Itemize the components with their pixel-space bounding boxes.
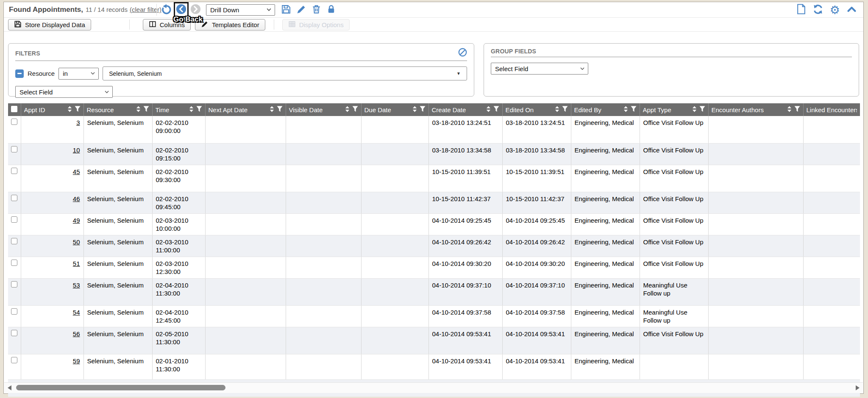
appt-id-link[interactable]: 50 [73,238,80,246]
horizontal-scrollbar[interactable] [4,382,863,393]
go-back-button[interactable] [176,4,186,16]
cell-next_apt_date [205,143,286,165]
sort-icon[interactable] [412,106,417,113]
col-header-resource[interactable]: Resource [83,103,152,116]
cell-visible_date [286,165,361,192]
sort-icon[interactable] [692,106,697,113]
cell-resource: Selenium, Selenium [83,354,152,379]
row-checkbox[interactable] [11,195,17,201]
sort-icon[interactable] [189,106,194,113]
row-checkbox[interactable] [11,168,17,174]
row-checkbox[interactable] [11,260,17,266]
refresh-button[interactable] [812,4,823,16]
filter-icon[interactable] [493,106,499,113]
group-fields-heading: GROUP FIELDS [491,48,536,55]
templates-editor-label: Templates Editor [212,21,259,28]
sort-icon[interactable] [67,106,72,113]
filter-icon[interactable] [196,106,202,113]
templates-editor-button[interactable]: Templates Editor [195,19,265,30]
filter-icon[interactable] [352,106,358,113]
add-filter-field-select[interactable]: Select Field [15,86,113,98]
undo-button[interactable] [161,4,172,16]
filter-icon[interactable] [562,106,568,113]
row-checkbox[interactable] [11,238,17,244]
filter-operator-select[interactable]: in [58,68,99,80]
cell-select [8,305,21,327]
filter-icon[interactable] [143,106,149,113]
filter-icon[interactable] [631,106,637,113]
select-all-checkbox[interactable] [11,106,17,112]
scrollbar-thumb[interactable] [16,385,225,390]
col-header-appt_id[interactable]: Appt ID [21,103,83,116]
row-checkbox[interactable] [11,119,17,125]
table-row: 50Selenium, Selenium02-03-2010 11:00:000… [8,235,860,257]
sort-icon[interactable] [555,106,559,113]
cell-edited_by: Engineering, Medical [571,213,640,235]
filter-icon[interactable] [699,106,705,113]
sort-icon[interactable] [136,106,141,113]
col-header-appt_type[interactable]: Appt Type [640,103,708,116]
cell-edited_by: Engineering, Medical [571,257,640,278]
edit-button[interactable] [296,4,306,16]
appt-id-link[interactable]: 10 [73,146,80,154]
lock-button[interactable] [326,4,336,15]
disable-filters-button[interactable] [458,48,467,58]
row-checkbox[interactable] [11,146,17,152]
cell-encounter_authors [708,143,803,165]
collapse-button[interactable] [846,5,857,15]
go-forward-button[interactable] [190,4,201,16]
sort-icon[interactable] [623,106,628,113]
col-header-due_date[interactable]: Due Date [361,103,428,116]
filter-icon[interactable] [277,106,283,113]
filter-icon[interactable] [420,106,426,113]
sort-icon[interactable] [787,106,792,113]
appt-id-link[interactable]: 56 [73,330,80,337]
col-header-linked_encounters[interactable]: Linked Encounters [803,103,860,116]
new-document-button[interactable] [796,4,806,16]
sort-icon[interactable] [486,106,491,113]
appt-id-link[interactable]: 53 [73,282,80,289]
appt-id-link[interactable]: 51 [73,260,80,267]
appt-id-link[interactable]: 59 [73,357,80,365]
filter-value-combo[interactable]: Selenium, Selenium ▼ [103,66,467,80]
filter-icon[interactable] [75,106,81,113]
col-header-label: Create Date [432,106,466,113]
scroll-left-arrow[interactable] [8,385,11,390]
appt-id-link[interactable]: 54 [73,309,80,316]
row-checkbox[interactable] [11,216,17,223]
row-checkbox[interactable] [11,330,17,336]
remove-filter-button[interactable] [15,69,24,78]
row-checkbox[interactable] [11,281,17,287]
cell-linked_encounters [803,116,860,143]
cell-time: 02-03-2010 11:00:00 [152,235,205,257]
filter-icon[interactable] [794,106,800,113]
delete-button[interactable] [312,4,321,15]
settings-button[interactable]: ⚙ [830,4,840,16]
col-header-label: Appt Type [643,106,671,113]
filters-panel: FILTERS Resource in Selenium, Selenium ▼ [8,43,474,97]
appt-id-link[interactable]: 46 [73,195,80,202]
columns-icon [149,20,156,29]
appt-id-link[interactable]: 3 [76,119,80,126]
group-field-select[interactable]: Select Field [491,63,588,75]
row-checkbox[interactable] [11,308,17,315]
col-header-next_apt_date[interactable]: Next Apt Date [205,103,286,116]
drilldown-select[interactable]: Drill Down [206,4,275,16]
col-header-edited_on[interactable]: Edited On [502,103,571,116]
store-displayed-data-button[interactable]: Store Displayed Data [8,19,91,30]
save-button[interactable] [281,4,291,16]
cell-appt_type: Office Visit Follow Up [640,327,708,354]
col-header-create_date[interactable]: Create Date [428,103,502,116]
sort-icon[interactable] [345,106,350,113]
cell-due_date [361,165,428,192]
sort-icon[interactable] [270,106,274,113]
scroll-right-arrow[interactable] [856,385,860,390]
appt-id-link[interactable]: 45 [73,168,80,175]
col-header-edited_by[interactable]: Edited By [571,103,640,116]
col-header-time[interactable]: Time [152,103,205,116]
row-checkbox[interactable] [11,357,17,363]
col-header-encounter_authors[interactable]: Encounter Authors [708,103,803,116]
appt-id-link[interactable]: 49 [73,217,80,224]
col-header-visible_date[interactable]: Visible Date [286,103,361,116]
col-header-label: Due Date [364,106,391,113]
